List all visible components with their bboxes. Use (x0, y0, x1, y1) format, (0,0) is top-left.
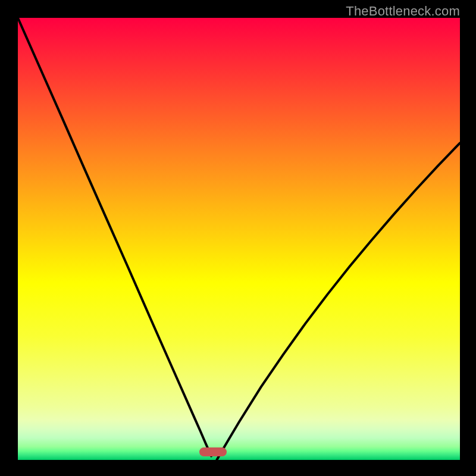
min-marker (199, 447, 227, 456)
stage: TheBottleneck.com (0, 0, 476, 476)
plot-area (18, 18, 460, 460)
watermark-text: TheBottleneck.com (346, 4, 460, 19)
